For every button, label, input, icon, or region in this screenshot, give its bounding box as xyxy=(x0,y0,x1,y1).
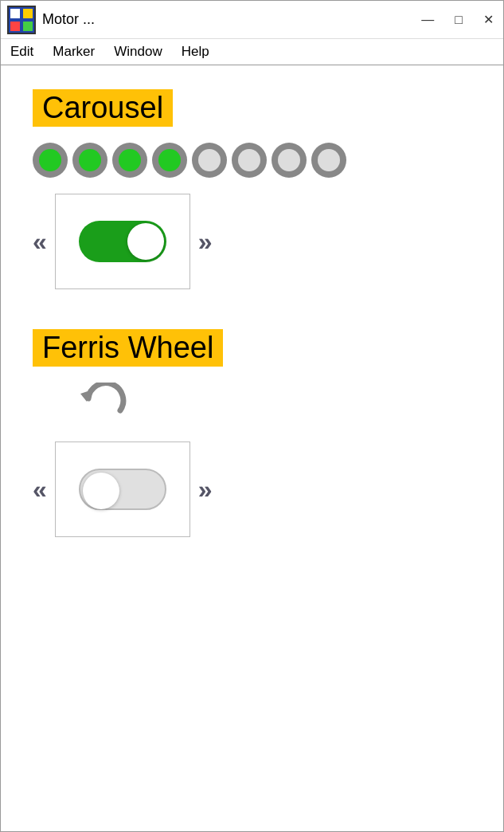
ferris-toggle-box xyxy=(55,442,190,537)
dot-inner-7 xyxy=(278,149,300,171)
dot-6[interactable] xyxy=(232,143,267,178)
title-bar: Motor ... — □ ✕ xyxy=(1,1,503,39)
carousel-controls xyxy=(33,194,346,289)
ferris-wheel-label: Ferris Wheel xyxy=(33,329,223,367)
menu-window[interactable]: Window xyxy=(114,42,162,61)
window-title: Motor ... xyxy=(42,11,418,28)
carousel-dots xyxy=(33,143,346,178)
dot-8[interactable] xyxy=(311,143,346,178)
dot-1[interactable] xyxy=(33,143,68,178)
menu-edit[interactable]: Edit xyxy=(10,42,33,61)
carousel-toggle-knob xyxy=(127,223,164,260)
carousel-label: Carousel xyxy=(33,89,173,127)
window-controls: — □ ✕ xyxy=(418,10,497,29)
dot-inner-4 xyxy=(158,149,181,171)
carousel-next-button[interactable] xyxy=(198,227,213,257)
rotate-icon xyxy=(72,383,223,434)
menu-marker[interactable]: Marker xyxy=(53,42,95,61)
ferris-wheel-controls xyxy=(33,442,223,537)
carousel-toggle[interactable] xyxy=(79,221,166,262)
carousel-prev-button[interactable] xyxy=(33,227,47,257)
svg-rect-3 xyxy=(10,22,20,31)
dot-2[interactable] xyxy=(72,143,107,178)
app-icon xyxy=(7,6,36,34)
content-area: Carousel xyxy=(1,65,503,831)
carousel-toggle-box xyxy=(55,194,190,289)
svg-rect-4 xyxy=(23,22,33,31)
menu-bar: Edit Marker Window Help xyxy=(1,39,503,65)
ferris-next-button[interactable] xyxy=(198,475,213,504)
dot-inner-5 xyxy=(198,149,221,171)
menu-help[interactable]: Help xyxy=(182,42,209,61)
ferris-wheel-section: Ferris Wheel xyxy=(33,329,223,569)
dot-inner-8 xyxy=(318,149,340,171)
dot-5[interactable] xyxy=(192,143,227,178)
dot-inner-3 xyxy=(119,149,141,171)
main-window: Motor ... — □ ✕ Edit Marker Window Help … xyxy=(0,0,504,832)
ferris-toggle-knob xyxy=(83,473,119,509)
dot-inner-6 xyxy=(238,149,260,171)
dot-inner-2 xyxy=(79,149,101,171)
svg-rect-2 xyxy=(23,9,33,18)
minimize-button[interactable]: — xyxy=(418,11,437,29)
carousel-section: Carousel xyxy=(33,89,346,321)
dot-inner-1 xyxy=(39,149,61,171)
ferris-toggle[interactable] xyxy=(79,469,166,510)
ferris-prev-button[interactable] xyxy=(33,475,47,504)
svg-rect-1 xyxy=(10,9,20,18)
close-button[interactable]: ✕ xyxy=(480,10,497,29)
dot-3[interactable] xyxy=(112,143,147,178)
dot-4[interactable] xyxy=(152,143,187,178)
dot-7[interactable] xyxy=(272,143,307,178)
maximize-button[interactable]: □ xyxy=(451,11,466,29)
